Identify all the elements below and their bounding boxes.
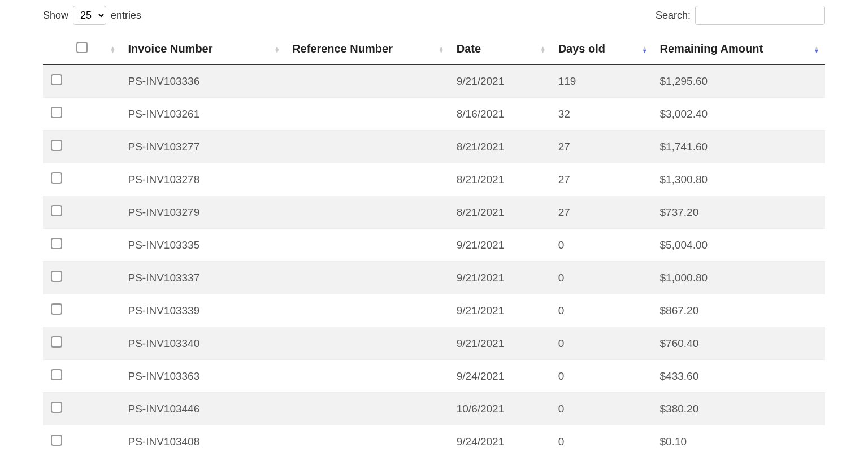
row-select-cell: [43, 196, 121, 229]
cell-remaining-amount: $0.10: [653, 425, 825, 457]
cell-remaining-amount: $867.20: [653, 294, 825, 327]
column-invoice-number[interactable]: Invoice Number ▲▼: [121, 34, 285, 64]
cell-remaining-amount: $3,002.40: [653, 98, 825, 131]
cell-date: 9/24/2021: [450, 360, 552, 393]
table-row: PS-INV1032618/16/202132$3,002.40: [43, 98, 825, 131]
cell-days-old: 0: [552, 229, 653, 262]
cell-reference-number: [285, 327, 450, 360]
search-label: Search:: [656, 10, 691, 21]
cell-reference-number: [285, 163, 450, 196]
entries-label: entries: [111, 10, 141, 21]
cell-date: 9/21/2021: [450, 327, 552, 360]
table-row: PS-INV1034089/24/20210$0.10: [43, 425, 825, 457]
cell-days-old: 0: [552, 393, 653, 425]
page-size-select[interactable]: 25: [73, 6, 106, 25]
cell-invoice-number: PS-INV103363: [121, 360, 285, 393]
table-row: PS-INV1032788/21/202127$1,300.80: [43, 163, 825, 196]
cell-invoice-number: PS-INV103340: [121, 327, 285, 360]
show-label: Show: [43, 10, 68, 21]
cell-invoice-number: PS-INV103277: [121, 131, 285, 163]
cell-remaining-amount: $1,000.80: [653, 262, 825, 294]
cell-invoice-number: PS-INV103279: [121, 196, 285, 229]
row-select-checkbox[interactable]: [51, 303, 62, 315]
row-select-checkbox[interactable]: [51, 369, 62, 380]
row-select-cell: [43, 131, 121, 163]
cell-date: 9/21/2021: [450, 229, 552, 262]
length-control: Show 25 entries: [43, 6, 141, 25]
search-input[interactable]: [695, 6, 825, 25]
cell-reference-number: [285, 360, 450, 393]
cell-days-old: 0: [552, 262, 653, 294]
column-remaining-amount[interactable]: Remaining Amount ▲▼: [653, 34, 825, 64]
cell-remaining-amount: $5,004.00: [653, 229, 825, 262]
row-select-checkbox[interactable]: [51, 172, 62, 184]
cell-days-old: 27: [552, 131, 653, 163]
cell-date: 8/16/2021: [450, 98, 552, 131]
table-row: PS-INV1033639/24/20210$433.60: [43, 360, 825, 393]
sort-icon: ▲▼: [642, 46, 648, 52]
sort-icon: ▲▼: [110, 46, 116, 52]
cell-invoice-number: PS-INV103337: [121, 262, 285, 294]
table-row: PS-INV1033379/21/20210$1,000.80: [43, 262, 825, 294]
cell-remaining-amount: $1,300.80: [653, 163, 825, 196]
select-all-checkbox[interactable]: [76, 42, 88, 53]
cell-invoice-number: PS-INV103336: [121, 64, 285, 98]
row-select-cell: [43, 262, 121, 294]
sort-icon: ▲▼: [814, 46, 819, 52]
cell-days-old: 27: [552, 163, 653, 196]
column-reference-number[interactable]: Reference Number ▲▼: [285, 34, 450, 64]
cell-invoice-number: PS-INV103278: [121, 163, 285, 196]
cell-reference-number: [285, 262, 450, 294]
cell-remaining-amount: $1,741.60: [653, 131, 825, 163]
cell-date: 9/24/2021: [450, 425, 552, 457]
cell-date: 9/21/2021: [450, 294, 552, 327]
column-days-old[interactable]: Days old ▲▼: [552, 34, 653, 64]
row-select-checkbox[interactable]: [51, 107, 62, 118]
cell-date: 8/21/2021: [450, 131, 552, 163]
row-select-checkbox[interactable]: [51, 402, 62, 413]
row-select-cell: [43, 229, 121, 262]
column-date[interactable]: Date ▲▼: [450, 34, 552, 64]
table-row: PS-INV10344610/6/20210$380.20: [43, 393, 825, 425]
row-select-cell: [43, 327, 121, 360]
cell-date: 8/21/2021: [450, 196, 552, 229]
row-select-checkbox[interactable]: [51, 238, 62, 249]
cell-reference-number: [285, 131, 450, 163]
cell-remaining-amount: $433.60: [653, 360, 825, 393]
cell-days-old: 0: [552, 327, 653, 360]
table-row: PS-INV1032798/21/202127$737.20: [43, 196, 825, 229]
cell-invoice-number: PS-INV103261: [121, 98, 285, 131]
cell-remaining-amount: $760.40: [653, 327, 825, 360]
table-row: PS-INV1032778/21/202127$1,741.60: [43, 131, 825, 163]
cell-invoice-number: PS-INV103339: [121, 294, 285, 327]
table-controls: Show 25 entries Search:: [43, 6, 825, 25]
table-row: PS-INV1033409/21/20210$760.40: [43, 327, 825, 360]
cell-date: 9/21/2021: [450, 262, 552, 294]
row-select-checkbox[interactable]: [51, 140, 62, 151]
cell-days-old: 27: [552, 196, 653, 229]
row-select-cell: [43, 98, 121, 131]
sort-icon: ▲▼: [540, 46, 546, 52]
cell-remaining-amount: $737.20: [653, 196, 825, 229]
row-select-checkbox[interactable]: [51, 435, 62, 446]
invoice-table: ▲▼ Invoice Number ▲▼ Reference Number ▲▼…: [43, 34, 825, 456]
cell-date: 10/6/2021: [450, 393, 552, 425]
row-select-checkbox[interactable]: [51, 271, 62, 282]
row-select-cell: [43, 393, 121, 425]
cell-days-old: 32: [552, 98, 653, 131]
table-row: PS-INV1033359/21/20210$5,004.00: [43, 229, 825, 262]
search-control: Search:: [656, 6, 825, 25]
cell-reference-number: [285, 98, 450, 131]
table-row: PS-INV1033369/21/2021119$1,295.60: [43, 64, 825, 98]
row-select-checkbox[interactable]: [51, 205, 62, 216]
sort-icon: ▲▼: [274, 46, 280, 52]
row-select-cell: [43, 425, 121, 457]
cell-days-old: 0: [552, 360, 653, 393]
table-row: PS-INV1033399/21/20210$867.20: [43, 294, 825, 327]
row-select-checkbox[interactable]: [51, 336, 62, 348]
row-select-cell: [43, 163, 121, 196]
cell-reference-number: [285, 294, 450, 327]
cell-reference-number: [285, 229, 450, 262]
row-select-checkbox[interactable]: [51, 74, 62, 85]
table-header-row: ▲▼ Invoice Number ▲▼ Reference Number ▲▼…: [43, 34, 825, 64]
